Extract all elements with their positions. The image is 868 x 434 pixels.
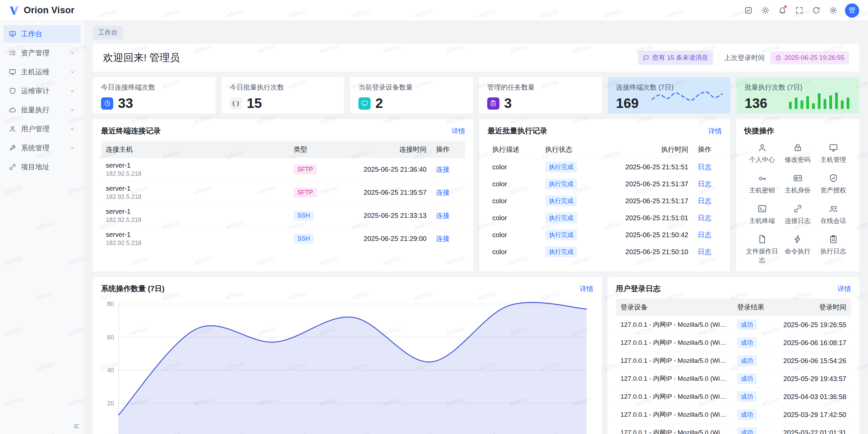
theme-toggle-button[interactable] — [758, 3, 772, 18]
sidebar-item-asset-management[interactable]: 资产管理 — [3, 44, 81, 62]
host-ip: 182.92.5.218 — [106, 240, 284, 247]
braces-icon: { } — [230, 97, 242, 110]
quick-action-3[interactable]: 主机密钥 — [744, 173, 780, 195]
log-link[interactable]: 日志 — [698, 214, 711, 222]
log-link[interactable]: 日志 — [698, 163, 711, 171]
quick-action-4[interactable]: 主机身份 — [780, 173, 815, 195]
type-cell: SFTP — [289, 184, 333, 201]
log-link[interactable]: 日志 — [698, 231, 711, 239]
clipboard-icon — [490, 100, 497, 107]
quick-action-1[interactable]: 修改密码 — [780, 143, 815, 164]
connect-time: 2025-06-25 21:36:40 — [333, 162, 431, 177]
user-icon — [757, 143, 767, 152]
key-icon — [757, 173, 767, 183]
stat-card-3: 管理的任务数量3 — [479, 77, 602, 114]
terminal-record-row: server-1182.92.5.218SFTP2025-06-25 21:35… — [101, 181, 465, 204]
user-icon — [9, 125, 16, 133]
batch-details-link[interactable]: 详情 — [708, 127, 722, 136]
fullscreen-button[interactable] — [792, 3, 806, 18]
chevron-down-icon — [70, 88, 75, 94]
batch-record-row: color执行完成2025-06-25 21:51:01日志 — [488, 209, 722, 226]
app-logo[interactable]: Orion Visor — [9, 5, 75, 16]
panel-title: 快捷操作 — [744, 126, 774, 136]
host-name: server-1 — [106, 185, 284, 192]
list-icon — [9, 49, 16, 57]
sidebar-item-workbench[interactable]: 工作台 — [3, 25, 81, 43]
batch-record-row: color执行完成2025-06-25 21:51:17日志 — [488, 192, 722, 209]
col-connect-time: 连接时间 — [333, 141, 431, 158]
unread-messages-badge[interactable]: 您有 15 条未读消息 — [638, 51, 713, 65]
welcome-right: 您有 15 条未读消息 上次登录时间 2025-06-25 19:26:55 — [638, 51, 849, 65]
batch-record-row: color执行完成2025-06-25 21:50:42日志 — [488, 226, 722, 243]
stat-value: 33 — [118, 96, 133, 111]
quick-action-7[interactable]: 连接日志 — [780, 204, 815, 225]
connect-link[interactable]: 连接 — [436, 235, 450, 242]
user-avatar[interactable]: 管 — [845, 3, 859, 18]
quick-action-0[interactable]: 个人中心 — [744, 143, 780, 164]
quick-action-9[interactable]: 文件操作日志 — [744, 234, 780, 265]
idcard-icon — [793, 173, 803, 183]
sidebar-item-label: 工作台 — [21, 29, 42, 39]
exec-status-badge: 执行完成 — [545, 229, 577, 240]
notifications-button[interactable] — [775, 3, 789, 18]
terminal-record-row: server-1182.92.5.218SSH2025-06-25 21:29:… — [101, 227, 465, 250]
batch-table-header: 执行描述 执行状态 执行时间 操作 — [488, 141, 722, 158]
svg-text:80: 80 — [107, 301, 114, 307]
settings-icon — [829, 6, 837, 15]
sidebar-item-label: 系统管理 — [21, 143, 50, 153]
breadcrumb-workbench[interactable]: 工作台 — [93, 26, 123, 39]
stat-value: 2 — [375, 96, 383, 111]
todo-check-button[interactable] — [741, 3, 755, 18]
chart-details-link[interactable]: 详情 — [580, 284, 593, 294]
log-link[interactable]: 日志 — [698, 248, 711, 256]
exec-desc: color — [488, 211, 540, 225]
sidebar-item-batch-execute[interactable]: 批量执行 — [3, 101, 81, 119]
connect-link[interactable]: 连接 — [436, 166, 450, 173]
sidebar-collapse-button[interactable] — [73, 423, 80, 430]
quick-action-11[interactable]: 执行日志 — [815, 234, 851, 265]
fullscreen-icon — [795, 6, 804, 15]
stat-card-4: 连接终端次数 (7日)169 — [608, 77, 731, 114]
stat-card-2: 当前登录设备数量2 — [350, 77, 473, 114]
log-link[interactable]: 日志 — [698, 197, 711, 205]
action-cell: 连接 — [431, 208, 465, 224]
sidebar-item-user-management[interactable]: 用户管理 — [3, 120, 81, 138]
login-result-badge: 成功 — [737, 337, 757, 348]
refresh-button[interactable] — [809, 3, 823, 18]
log-link[interactable]: 日志 — [698, 180, 711, 188]
breadcrumb: 工作台 — [93, 26, 859, 39]
login-log-row: 127.0.0.1 - 内网IP - Mozilla/5.0 (Windows … — [616, 334, 851, 352]
host-ip: 182.92.5.218 — [106, 193, 284, 201]
col-device: 登录设备 — [616, 299, 732, 316]
login-log-details-link[interactable]: 详情 — [837, 284, 851, 294]
protocol-type-tag: SSH — [294, 234, 314, 244]
exec-desc: color — [488, 245, 540, 259]
connect-link[interactable]: 连接 — [436, 189, 450, 196]
quick-action-2[interactable]: 主机管理 — [815, 143, 851, 164]
batch-record-row: color执行完成2025-06-25 21:51:37日志 — [488, 175, 722, 192]
exec-time: 2025-06-25 21:51:01 — [596, 211, 693, 225]
login-time: 2025-06-06 16:08:17 — [771, 336, 851, 350]
quick-action-5[interactable]: 资产授权 — [815, 173, 851, 195]
quick-action-10[interactable]: 命令执行 — [780, 234, 815, 265]
host-name: server-1 — [106, 208, 284, 215]
sidebar-item-project-url[interactable]: 项目地址 — [3, 158, 81, 176]
stat-card-5: 批量执行次数 (7日)136 — [736, 77, 859, 114]
action-cell: 日志 — [693, 159, 722, 175]
welcome-title: 欢迎回来! 管理员 — [103, 51, 180, 65]
quick-action-8[interactable]: 在线会话 — [815, 204, 851, 225]
quick-action-6[interactable]: 主机终端 — [744, 204, 780, 225]
connect-time: 2025-06-25 21:35:57 — [333, 185, 431, 200]
sidebar-item-ops-audit[interactable]: 运维审计 — [3, 82, 81, 100]
terminal-details-link[interactable]: 详情 — [452, 127, 465, 136]
sidebar-item-host-ops[interactable]: 主机运维 — [3, 63, 81, 81]
col-host: 连接主机 — [101, 141, 289, 158]
sidebar-item-system-management[interactable]: 系统管理 — [3, 139, 81, 157]
connect-link[interactable]: 连接 — [436, 212, 450, 219]
recent-terminal-connections-panel: 最近终端连接记录 详情 连接主机 类型 连接时间 操作 server-1182.… — [93, 119, 473, 271]
stat-label: 今日连接终端次数 — [101, 83, 208, 92]
login-log-row: 127.0.0.1 - 内网IP - Mozilla/5.0 (Windows … — [616, 424, 851, 434]
host-name: server-1 — [106, 231, 284, 239]
login-device: 127.0.0.1 - 内网IP - Mozilla/5.0 (Windows … — [616, 425, 732, 434]
settings-button[interactable] — [826, 3, 840, 18]
